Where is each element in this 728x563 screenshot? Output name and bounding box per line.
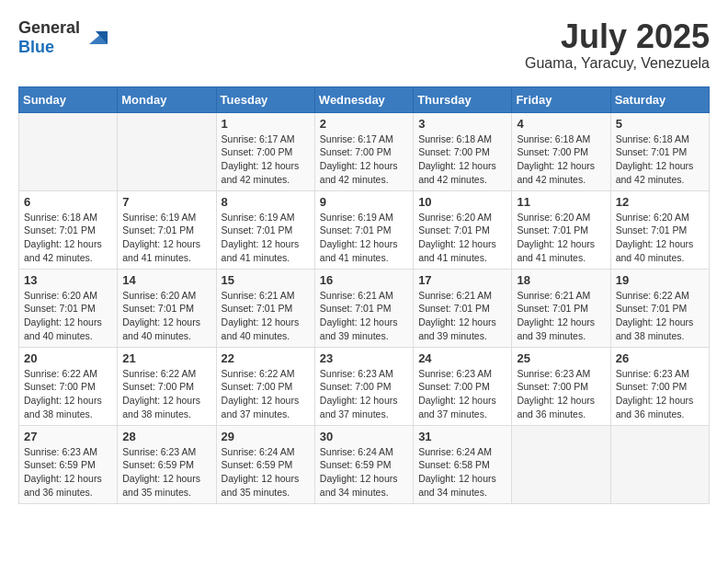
calendar-cell: 8Sunrise: 6:19 AM Sunset: 7:01 PM Daylig… <box>216 190 314 269</box>
calendar-cell: 13Sunrise: 6:20 AM Sunset: 7:01 PM Dayli… <box>19 269 118 347</box>
day-info: Sunrise: 6:21 AM Sunset: 7:01 PM Dayligh… <box>320 289 408 343</box>
title-area: July 2025 Guama, Yaracuy, Venezuela <box>525 18 710 72</box>
calendar-week-2: 6Sunrise: 6:18 AM Sunset: 7:01 PM Daylig… <box>19 190 710 269</box>
calendar-cell: 1Sunrise: 6:17 AM Sunset: 7:00 PM Daylig… <box>216 112 314 190</box>
day-info: Sunrise: 6:24 AM Sunset: 6:58 PM Dayligh… <box>418 445 506 500</box>
day-info: Sunrise: 6:22 AM Sunset: 7:00 PM Dayligh… <box>122 367 210 421</box>
day-number: 2 <box>320 117 408 131</box>
calendar-cell: 16Sunrise: 6:21 AM Sunset: 7:01 PM Dayli… <box>314 269 413 347</box>
day-info: Sunrise: 6:23 AM Sunset: 7:00 PM Dayligh… <box>616 367 704 421</box>
day-number: 23 <box>320 351 408 365</box>
day-number: 22 <box>222 351 310 365</box>
day-number: 17 <box>418 273 506 287</box>
day-number: 21 <box>122 351 210 365</box>
day-number: 31 <box>418 430 506 443</box>
location: Guama, Yaracuy, Venezuela <box>525 55 710 72</box>
calendar-cell: 9Sunrise: 6:19 AM Sunset: 7:01 PM Daylig… <box>314 190 413 269</box>
day-info: Sunrise: 6:18 AM Sunset: 7:00 PM Dayligh… <box>517 132 605 187</box>
calendar-cell <box>19 112 118 190</box>
calendar-cell: 17Sunrise: 6:21 AM Sunset: 7:01 PM Dayli… <box>414 269 512 347</box>
logo: General Blue <box>18 18 109 57</box>
day-number: 16 <box>320 273 408 287</box>
calendar-cell: 18Sunrise: 6:21 AM Sunset: 7:01 PM Dayli… <box>512 269 610 347</box>
day-info: Sunrise: 6:24 AM Sunset: 6:59 PM Dayligh… <box>320 445 408 500</box>
day-number: 19 <box>616 273 704 287</box>
calendar-cell: 28Sunrise: 6:23 AM Sunset: 6:59 PM Dayli… <box>118 425 216 503</box>
day-info: Sunrise: 6:20 AM Sunset: 7:01 PM Dayligh… <box>122 289 210 343</box>
day-number: 11 <box>517 195 605 209</box>
day-number: 12 <box>616 195 704 209</box>
header-tuesday: Tuesday <box>216 86 314 112</box>
day-info: Sunrise: 6:24 AM Sunset: 6:59 PM Dayligh… <box>222 445 310 500</box>
day-info: Sunrise: 6:17 AM Sunset: 7:00 PM Dayligh… <box>320 132 408 187</box>
day-number: 18 <box>517 273 605 287</box>
page-header: General Blue July 2025 Guama, Yaracuy, V… <box>18 18 710 72</box>
day-number: 5 <box>616 117 704 131</box>
day-number: 20 <box>24 351 112 365</box>
day-info: Sunrise: 6:21 AM Sunset: 7:01 PM Dayligh… <box>517 289 605 343</box>
day-number: 25 <box>517 351 605 365</box>
calendar-week-4: 20Sunrise: 6:22 AM Sunset: 7:00 PM Dayli… <box>19 347 710 425</box>
day-info: Sunrise: 6:20 AM Sunset: 7:01 PM Dayligh… <box>24 289 112 343</box>
calendar-cell: 26Sunrise: 6:23 AM Sunset: 7:00 PM Dayli… <box>610 347 709 425</box>
day-info: Sunrise: 6:19 AM Sunset: 7:01 PM Dayligh… <box>122 211 210 265</box>
day-info: Sunrise: 6:17 AM Sunset: 7:00 PM Dayligh… <box>222 132 310 187</box>
day-number: 10 <box>418 195 506 209</box>
day-info: Sunrise: 6:21 AM Sunset: 7:01 PM Dayligh… <box>418 289 506 343</box>
calendar-cell <box>118 112 216 190</box>
header-saturday: Saturday <box>610 86 709 112</box>
calendar-cell: 15Sunrise: 6:21 AM Sunset: 7:01 PM Dayli… <box>216 269 314 347</box>
calendar-cell: 6Sunrise: 6:18 AM Sunset: 7:01 PM Daylig… <box>19 190 118 269</box>
calendar-week-5: 27Sunrise: 6:23 AM Sunset: 6:59 PM Dayli… <box>19 425 710 503</box>
calendar-cell: 27Sunrise: 6:23 AM Sunset: 6:59 PM Dayli… <box>19 425 118 503</box>
calendar-week-1: 1Sunrise: 6:17 AM Sunset: 7:00 PM Daylig… <box>19 112 710 190</box>
calendar-cell: 30Sunrise: 6:24 AM Sunset: 6:59 PM Dayli… <box>314 425 413 503</box>
day-number: 26 <box>616 351 704 365</box>
day-number: 14 <box>122 273 210 287</box>
day-number: 15 <box>222 273 310 287</box>
day-info: Sunrise: 6:23 AM Sunset: 7:00 PM Dayligh… <box>517 367 605 421</box>
calendar-cell: 20Sunrise: 6:22 AM Sunset: 7:00 PM Dayli… <box>19 347 118 425</box>
calendar-cell: 10Sunrise: 6:20 AM Sunset: 7:01 PM Dayli… <box>414 190 512 269</box>
day-info: Sunrise: 6:18 AM Sunset: 7:00 PM Dayligh… <box>418 132 506 187</box>
day-info: Sunrise: 6:23 AM Sunset: 7:00 PM Dayligh… <box>418 367 506 421</box>
day-info: Sunrise: 6:22 AM Sunset: 7:00 PM Dayligh… <box>24 367 112 421</box>
day-info: Sunrise: 6:23 AM Sunset: 7:00 PM Dayligh… <box>320 367 408 421</box>
calendar-cell: 14Sunrise: 6:20 AM Sunset: 7:01 PM Dayli… <box>118 269 216 347</box>
calendar-cell: 25Sunrise: 6:23 AM Sunset: 7:00 PM Dayli… <box>512 347 610 425</box>
day-number: 9 <box>320 195 408 209</box>
header-friday: Friday <box>512 86 610 112</box>
day-number: 7 <box>122 195 210 209</box>
header-sunday: Sunday <box>19 86 118 112</box>
header-thursday: Thursday <box>414 86 512 112</box>
calendar-cell: 4Sunrise: 6:18 AM Sunset: 7:00 PM Daylig… <box>512 112 610 190</box>
day-info: Sunrise: 6:22 AM Sunset: 7:01 PM Dayligh… <box>616 289 704 343</box>
day-number: 27 <box>24 430 112 443</box>
calendar-week-3: 13Sunrise: 6:20 AM Sunset: 7:01 PM Dayli… <box>19 269 710 347</box>
day-info: Sunrise: 6:23 AM Sunset: 6:59 PM Dayligh… <box>122 445 210 500</box>
calendar-cell: 22Sunrise: 6:22 AM Sunset: 7:00 PM Dayli… <box>216 347 314 425</box>
logo-text: General Blue <box>18 18 80 57</box>
day-info: Sunrise: 6:20 AM Sunset: 7:01 PM Dayligh… <box>418 211 506 265</box>
calendar-table: SundayMondayTuesdayWednesdayThursdayFrid… <box>18 86 710 504</box>
calendar-cell: 31Sunrise: 6:24 AM Sunset: 6:58 PM Dayli… <box>414 425 512 503</box>
calendar-cell: 19Sunrise: 6:22 AM Sunset: 7:01 PM Dayli… <box>610 269 709 347</box>
day-info: Sunrise: 6:20 AM Sunset: 7:01 PM Dayligh… <box>616 211 704 265</box>
calendar-cell: 11Sunrise: 6:20 AM Sunset: 7:01 PM Dayli… <box>512 190 610 269</box>
day-info: Sunrise: 6:21 AM Sunset: 7:01 PM Dayligh… <box>222 289 310 343</box>
logo-blue: Blue <box>18 38 54 56</box>
calendar-cell: 7Sunrise: 6:19 AM Sunset: 7:01 PM Daylig… <box>118 190 216 269</box>
calendar-cell: 21Sunrise: 6:22 AM Sunset: 7:00 PM Dayli… <box>118 347 216 425</box>
calendar-cell: 3Sunrise: 6:18 AM Sunset: 7:00 PM Daylig… <box>414 112 512 190</box>
header-wednesday: Wednesday <box>314 86 413 112</box>
calendar-cell <box>610 425 709 503</box>
calendar-cell: 2Sunrise: 6:17 AM Sunset: 7:00 PM Daylig… <box>314 112 413 190</box>
calendar-cell: 29Sunrise: 6:24 AM Sunset: 6:59 PM Dayli… <box>216 425 314 503</box>
day-number: 13 <box>24 273 112 287</box>
day-number: 6 <box>24 195 112 209</box>
day-number: 8 <box>222 195 310 209</box>
day-number: 28 <box>122 430 210 443</box>
day-info: Sunrise: 6:23 AM Sunset: 6:59 PM Dayligh… <box>24 445 112 500</box>
month-title: July 2025 <box>525 18 710 55</box>
logo-general: General <box>18 18 80 37</box>
